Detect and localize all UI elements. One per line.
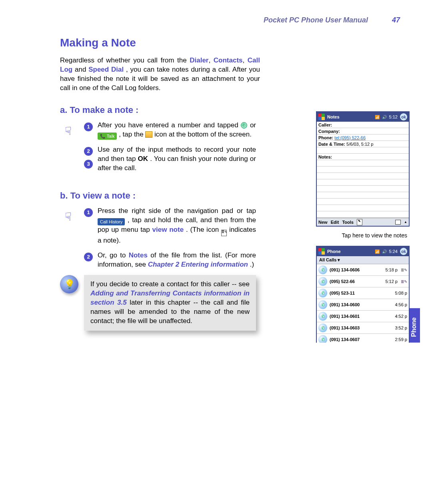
page-header: Pocket PC Phone User Manual 47: [60, 16, 400, 24]
call-number: (091) 134-0606: [330, 267, 383, 272]
tip-icon: 💡: [60, 275, 78, 293]
step-a1: After you have entered a number and tapp…: [98, 121, 256, 140]
view-note-term: view note: [152, 226, 184, 233]
call-icon: ✆: [318, 277, 327, 286]
tip-box: If you decide to create a contact for th…: [84, 275, 256, 331]
shot1-titlebar: Notes 5:12 ok: [317, 112, 409, 122]
call-number: (095) 523-11: [330, 291, 392, 295]
speeddial-term: Speed Dial: [88, 66, 124, 73]
call-history-row[interactable]: ✆(091) 134-06004:56 p: [317, 299, 409, 311]
phone-value-link[interactable]: tel:(095) 522-66: [334, 135, 366, 140]
text: After you have entered a number and tapp…: [98, 121, 241, 129]
call-icon: ✆: [318, 323, 327, 332]
call-history-row[interactable]: ✆(091) 134-06072:59 p: [317, 334, 409, 343]
signal-icon: [375, 114, 380, 119]
step-number-1: 1: [84, 122, 93, 131]
step-number-2: 2: [84, 147, 93, 156]
sip-keyboard-icon[interactable]: [395, 220, 401, 225]
sidetab-l2: Phone: [410, 317, 417, 337]
call-history-row[interactable]: ✆(091) 134-06065:18 p≣✎: [317, 264, 409, 276]
ok-button[interactable]: ok: [400, 113, 407, 120]
call-number: (091) 134-0601: [330, 314, 392, 319]
call-history-row[interactable]: ✆(091) 134-06033:52 p: [317, 322, 409, 334]
text: , tap the: [119, 131, 145, 138]
call-number: (091) 134-0600: [330, 302, 392, 307]
note-indicator-icon: ≣✎: [221, 230, 227, 236]
ok-term: OK: [138, 155, 148, 163]
datetime-value: 5/6/03, 5:12 p: [346, 142, 373, 146]
call-history-button-icon: Call History: [98, 218, 125, 225]
text: ,: [243, 56, 248, 64]
step-b1: Press the right side of the navigation p…: [98, 207, 256, 245]
step-number-1: 1: [84, 208, 93, 217]
tap-icon: ☟: [60, 209, 76, 225]
step-a2: Use any of the input methods to record y…: [98, 145, 256, 173]
page-title: Making a Note: [60, 36, 420, 49]
menu-tools[interactable]: Tools: [342, 220, 354, 225]
chapter2-ref: Chapter 2 Entering information: [148, 261, 248, 268]
shot2-title: Phone: [327, 249, 372, 254]
intro-paragraph: Regardless of whether you call from the …: [60, 56, 260, 93]
screenshot-column: Notes 5:12 ok Caller: Company: Phone: te…: [316, 111, 410, 343]
call-icon: ✆: [318, 300, 327, 309]
call-time: 5:12 p: [385, 279, 398, 284]
shot2-titlebar: Phone 5:24 ok: [317, 247, 409, 256]
notes-label: Notes:: [318, 155, 332, 159]
windows-logo-icon: [318, 114, 325, 120]
talk-button-icon: 📞 Talk: [98, 133, 117, 140]
call-icon: ✆: [318, 335, 327, 343]
signal-icon: [375, 249, 380, 254]
clock-time: 5:12: [389, 114, 398, 119]
caller-label: Caller:: [318, 122, 332, 127]
call-number: (091) 134-0607: [330, 337, 392, 342]
text: or: [250, 121, 256, 129]
text: Press the right side of the navigation p…: [98, 207, 256, 215]
datetime-label: Date & Time:: [318, 142, 345, 146]
sip-toggle-icon[interactable]: ▲: [404, 220, 407, 224]
note-indicator-icon: ≣✎: [401, 279, 407, 284]
step-number-2: 2: [84, 253, 93, 261]
pen-icon[interactable]: ✎: [357, 219, 362, 225]
call-icon: ✆: [318, 289, 327, 297]
call-time: 4:52 p: [395, 314, 407, 319]
screenshot-phone-app: Phone 5:24 ok All Calls ▾ ✆(091) 134-060…: [316, 246, 410, 343]
notes-term: Notes: [129, 251, 148, 259]
text: ,: [208, 56, 213, 64]
call-history-row[interactable]: ✆(095) 523-115:08 p: [317, 287, 409, 299]
call-number: (091) 134-0603: [330, 325, 392, 330]
dial-icon: [241, 122, 247, 129]
text: . (The icon: [186, 226, 221, 233]
call-time: 2:59 p: [395, 337, 407, 342]
page-number: 47: [392, 16, 400, 24]
clock-time: 5:24: [389, 249, 398, 254]
text: Or, go to: [98, 251, 129, 259]
menu-edit[interactable]: Edit: [331, 220, 339, 225]
call-time: 5:08 p: [395, 291, 407, 295]
call-history-row[interactable]: ✆(095) 522-665:12 p≣✎: [317, 276, 409, 287]
call-icon: ✆: [318, 312, 327, 321]
shot2-caption: Tap here to view the notes: [342, 232, 407, 239]
call-time: 5:18 p: [385, 267, 398, 272]
filter-all-calls[interactable]: All Calls ▾: [317, 256, 409, 264]
contacts-term: Contacts: [214, 56, 243, 64]
ok-button[interactable]: ok: [400, 248, 407, 255]
phone-label: Phone:: [318, 135, 333, 140]
text: .): [250, 261, 254, 268]
company-label: Company:: [318, 129, 340, 133]
call-number: (095) 522-66: [330, 279, 383, 284]
speaker-icon: [382, 249, 387, 254]
menu-new[interactable]: New: [318, 220, 328, 225]
call-time: 4:56 p: [395, 302, 407, 307]
tap-icon: ☟: [60, 123, 76, 139]
text: Regardless of whether you call from the: [60, 56, 190, 64]
call-time: 3:52 p: [395, 325, 407, 330]
step-number-3: 3: [84, 160, 93, 169]
note-icon: [145, 131, 152, 138]
step-b2: Or, go to Notes of the file from the lis…: [98, 251, 256, 269]
shot1-title: Notes: [327, 114, 372, 119]
dialer-term: Dialer: [190, 56, 208, 64]
text: If you decide to create a contact for th…: [90, 280, 250, 288]
note-indicator-icon: ≣✎: [401, 268, 407, 272]
call-history-row[interactable]: ✆(091) 134-06014:52 p: [317, 311, 409, 322]
speaker-icon: [382, 114, 387, 119]
